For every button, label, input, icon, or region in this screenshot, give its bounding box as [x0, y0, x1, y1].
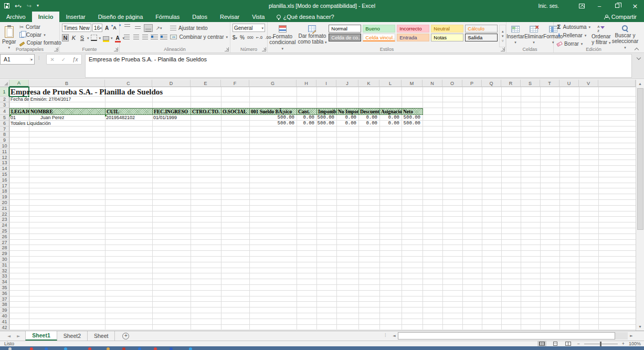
- column-header-I[interactable]: I: [316, 80, 336, 87]
- align-left-button[interactable]: [123, 33, 131, 41]
- cell-H4[interactable]: Cant.: [297, 108, 317, 115]
- taskbar-app-icon[interactable]: [30, 347, 33, 350]
- column-header-L[interactable]: L: [379, 80, 402, 87]
- column-header-V[interactable]: V: [579, 80, 598, 87]
- tell-me-box[interactable]: ¿Qué desea hacer?: [271, 12, 340, 22]
- decrease-font-icon[interactable]: A: [111, 24, 118, 31]
- cell-style-note[interactable]: Notas: [431, 34, 463, 41]
- cell-A5[interactable]: 01: [9, 115, 28, 121]
- row-header-30[interactable]: 30: [0, 257, 9, 262]
- cell-style-calc[interactable]: Cálculo: [465, 25, 498, 33]
- cell-F4[interactable]: O.SOCIAL: [221, 108, 250, 115]
- taskbar-app-icon[interactable]: [45, 347, 48, 350]
- close-icon[interactable]: ×: [626, 0, 644, 12]
- italic-button[interactable]: K: [70, 34, 77, 41]
- cell-L4[interactable]: Asignacio: [379, 108, 402, 115]
- taskbar-app-icon[interactable]: [170, 347, 173, 350]
- column-header-E[interactable]: E: [191, 80, 221, 87]
- cell-H5[interactable]: 0.00: [297, 115, 316, 121]
- cell-C4[interactable]: CUIL: [105, 108, 153, 115]
- zoom-out-icon[interactable]: −: [577, 341, 579, 346]
- cell-E4[interactable]: CTRO.CTO.: [191, 108, 221, 115]
- column-header-D[interactable]: D: [152, 80, 191, 87]
- enter-icon[interactable]: ✓: [61, 57, 66, 62]
- previous-sheet-icon[interactable]: ◄: [7, 334, 10, 338]
- cell-J4[interactable]: No Impon: [336, 108, 359, 115]
- tab-datos[interactable]: Datos: [186, 12, 214, 22]
- tab-scroll-splitter[interactable]: ⁞: [385, 333, 386, 338]
- borders-button[interactable]: [91, 34, 98, 41]
- cell-D5[interactable]: 01/01/1999: [152, 115, 190, 121]
- horizontal-scrollbar[interactable]: [398, 332, 628, 340]
- cell-A4[interactable]: LEGAJO: [9, 108, 29, 115]
- row-header-4[interactable]: 4: [0, 108, 9, 115]
- alignment-dialog-launcher-icon[interactable]: [225, 47, 229, 51]
- row-header-41[interactable]: 41: [0, 319, 9, 325]
- vertical-scrollbar[interactable]: ▲ ▼: [636, 80, 644, 331]
- number-format-select[interactable]: General▾: [233, 24, 265, 32]
- cell-M4[interactable]: Neto: [402, 108, 423, 115]
- customize-qat-icon[interactable]: ▾: [37, 4, 39, 8]
- borders-dropdown-icon[interactable]: ▾: [99, 36, 101, 40]
- row-header-31[interactable]: 31: [0, 262, 9, 268]
- redo-icon[interactable]: ↪: [27, 3, 31, 9]
- row-header-37[interactable]: 37: [0, 296, 9, 302]
- taskbar-app-icon[interactable]: [107, 347, 110, 350]
- gallery-down-icon[interactable]: ▾: [502, 34, 504, 38]
- row-header-13[interactable]: 13: [0, 160, 9, 166]
- cell-B5[interactable]: Juan Perez: [29, 115, 104, 121]
- increase-font-icon[interactable]: A: [103, 24, 110, 31]
- row-header-29[interactable]: 29: [0, 251, 9, 257]
- restore-icon[interactable]: [608, 0, 626, 12]
- column-header-partial[interactable]: [598, 80, 636, 87]
- orientation-button[interactable]: ↗▾: [154, 24, 163, 32]
- row-header-11[interactable]: 11: [0, 149, 9, 155]
- tab-fórmulas[interactable]: Fórmulas: [149, 12, 186, 22]
- wrap-text-button[interactable]: Ajustar texto: [169, 24, 209, 32]
- tab-vista[interactable]: Vista: [246, 12, 271, 22]
- underline-button[interactable]: S: [79, 34, 86, 41]
- autosum-button[interactable]: ΣAutosuma▾: [556, 23, 590, 31]
- row-header-3[interactable]: 3: [0, 102, 9, 108]
- column-header-K[interactable]: K: [358, 80, 379, 87]
- row-header-12[interactable]: 12: [0, 155, 9, 161]
- row-header-39[interactable]: 39: [0, 307, 9, 313]
- tab-diseño-de-página[interactable]: Diseño de página: [92, 12, 150, 22]
- new-sheet-icon[interactable]: +: [122, 333, 129, 340]
- merge-center-button[interactable]: ↔Combinar y centrar▾: [169, 33, 229, 41]
- scroll-up-icon[interactable]: ▲: [636, 80, 644, 88]
- zoom-level-label[interactable]: 100%: [629, 341, 641, 346]
- column-header-C[interactable]: C: [105, 80, 152, 87]
- row-header-1[interactable]: 1: [0, 87, 9, 97]
- comma-format-button[interactable]: 000: [247, 36, 254, 39]
- gallery-more-icon[interactable]: ▿: [502, 39, 504, 43]
- taskbar-app-icon[interactable]: [122, 347, 125, 350]
- zoom-slider[interactable]: [584, 344, 618, 344]
- row-header-15[interactable]: 15: [0, 172, 9, 177]
- row-header-20[interactable]: 20: [0, 200, 9, 206]
- fill-button[interactable]: ⇓Rellenar▾: [556, 31, 590, 39]
- row-header-19[interactable]: 19: [0, 194, 9, 200]
- cell-M6[interactable]: 500.00: [402, 121, 422, 126]
- cell-L5[interactable]: 0.00: [379, 115, 401, 121]
- row-header-40[interactable]: 40: [0, 313, 9, 319]
- row-header-10[interactable]: 10: [0, 143, 9, 149]
- cell-G4[interactable]: 001 Sueldo BÃ¡sico: [249, 108, 297, 115]
- row-header-32[interactable]: 32: [0, 268, 9, 274]
- taskbar-app-icon[interactable]: [189, 347, 192, 350]
- bold-button[interactable]: N: [62, 34, 69, 41]
- insert-function-icon[interactable]: ƒx: [72, 57, 78, 62]
- row-header-18[interactable]: 18: [0, 188, 9, 194]
- sign-in-label[interactable]: Inic. ses.: [539, 3, 573, 9]
- row-header-2[interactable]: 2: [0, 97, 9, 102]
- page-layout-view-button[interactable]: [551, 341, 559, 346]
- cell-style-check[interactable]: Celda de co...: [329, 34, 361, 41]
- cell-C5[interactable]: 20195482102: [105, 115, 152, 121]
- row-header-34[interactable]: 34: [0, 279, 9, 285]
- decrease-indent-button[interactable]: [151, 33, 159, 41]
- zoom-slider-thumb[interactable]: [600, 342, 601, 346]
- taskbar-app-icon[interactable]: [154, 347, 157, 350]
- row-header-14[interactable]: 14: [0, 166, 9, 172]
- column-header-P[interactable]: P: [462, 80, 482, 87]
- row-header-23[interactable]: 23: [0, 217, 9, 222]
